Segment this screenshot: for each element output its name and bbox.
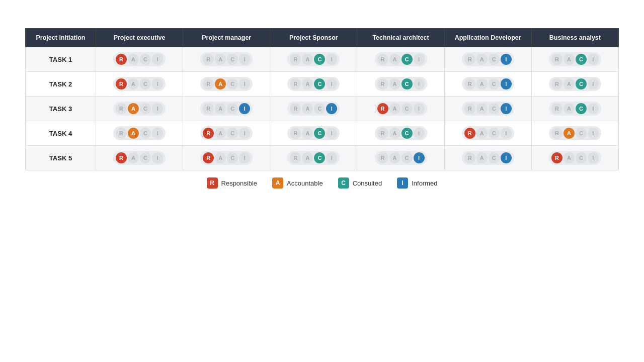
legend-badge-r: R <box>207 177 218 189</box>
header-col-2: Project manager <box>183 29 270 47</box>
raci-i-badge: I <box>326 103 337 114</box>
raci-c-badge: C <box>314 54 325 65</box>
legend-item-a: AAccountable <box>272 177 323 189</box>
raci-r-badge: R <box>464 54 475 65</box>
raci-r-badge: R <box>290 78 301 89</box>
raci-i-badge: I <box>501 152 512 163</box>
raci-r-badge: R <box>377 103 388 114</box>
raci-r-badge: R <box>377 54 388 65</box>
raci-r-badge: R <box>290 128 301 139</box>
raci-a-badge: A <box>476 54 488 65</box>
raci-r-badge: R <box>551 103 562 114</box>
legend-item-r: RResponsible <box>207 177 258 189</box>
raci-r-badge: R <box>116 128 127 139</box>
raci-r-badge: R <box>290 54 301 65</box>
raci-r-badge: R <box>377 78 388 89</box>
task-label-1: TASK 2 <box>26 72 96 97</box>
raci-i-badge: I <box>501 54 512 65</box>
header-col-0: Project Initiation <box>26 29 96 47</box>
raci-a-badge: A <box>215 152 226 163</box>
cell-2-4: RACI <box>444 97 531 121</box>
cell-4-3: RACI <box>357 146 444 170</box>
raci-i-badge: I <box>326 128 337 139</box>
raci-c-badge: C <box>140 54 151 65</box>
raci-a-badge: A <box>564 78 575 89</box>
legend-label-r: Responsible <box>221 179 258 187</box>
raci-c-badge: C <box>489 103 500 114</box>
cell-4-4: RACI <box>444 146 531 170</box>
raci-i-badge: I <box>239 128 250 139</box>
raci-a-badge: A <box>564 152 575 163</box>
cell-0-1: RACI <box>183 47 270 72</box>
raci-i-badge: I <box>239 152 250 163</box>
raci-i-badge: I <box>152 152 163 163</box>
raci-r-badge: R <box>464 103 475 114</box>
raci-c-badge: C <box>227 152 238 163</box>
raci-r-badge: R <box>377 128 388 139</box>
raci-c-badge: C <box>401 128 413 139</box>
task-label-4: TASK 5 <box>26 146 96 170</box>
raci-r-badge: R <box>551 78 562 89</box>
cell-4-5: RACI <box>531 146 618 170</box>
raci-a-badge: A <box>564 128 575 139</box>
raci-c-badge: C <box>576 54 587 65</box>
raci-c-badge: C <box>314 128 325 139</box>
raci-a-badge: A <box>389 78 400 89</box>
raci-a-badge: A <box>476 152 488 163</box>
raci-i-badge: I <box>239 54 250 65</box>
raci-c-badge: C <box>489 128 500 139</box>
raci-a-badge: A <box>302 128 313 139</box>
cell-1-1: RACI <box>183 72 270 97</box>
raci-a-badge: A <box>302 152 313 163</box>
table-row: TASK 1RACIRACIRACIRACIRACIRACI <box>26 47 619 72</box>
cell-3-0: RACI <box>96 121 183 146</box>
raci-r-badge: R <box>203 152 214 163</box>
legend-label-i: Informed <box>412 179 437 187</box>
raci-a-badge: A <box>128 54 139 65</box>
raci-a-badge: A <box>215 128 226 139</box>
cell-2-1: RACI <box>183 97 270 121</box>
raci-r-badge: R <box>464 78 475 89</box>
raci-i-badge: I <box>414 54 425 65</box>
raci-i-badge: I <box>414 128 425 139</box>
legend-label-c: Consulted <box>353 179 382 187</box>
raci-i-badge: I <box>152 78 163 89</box>
raci-a-badge: A <box>215 103 226 114</box>
raci-c-badge: C <box>227 103 238 114</box>
legend-label-a: Accountable <box>287 179 323 187</box>
raci-i-badge: I <box>501 103 512 114</box>
raci-r-badge: R <box>203 78 214 89</box>
cell-3-2: RACI <box>270 121 357 146</box>
cell-3-1: RACI <box>183 121 270 146</box>
table-row: TASK 3RACIRACIRACIRACIRACIRACI <box>26 97 619 121</box>
raci-i-badge: I <box>588 128 599 139</box>
cell-2-5: RACI <box>531 97 618 121</box>
raci-c-badge: C <box>227 128 238 139</box>
raci-i-badge: I <box>588 78 599 89</box>
cell-3-5: RACI <box>531 121 618 146</box>
raci-c-badge: C <box>401 103 413 114</box>
cell-0-3: RACI <box>357 47 444 72</box>
table-header: Project InitiationProject executiveProje… <box>26 29 619 47</box>
legend-badge-i: I <box>397 177 408 189</box>
header-col-1: Project executive <box>96 29 183 47</box>
raci-a-badge: A <box>389 103 400 114</box>
cell-3-3: RACI <box>357 121 444 146</box>
header-col-4: Technical architect <box>357 29 444 47</box>
cell-4-2: RACI <box>270 146 357 170</box>
raci-c-badge: C <box>401 152 413 163</box>
raci-r-badge: R <box>551 152 562 163</box>
legend-item-c: CConsulted <box>338 177 382 189</box>
raci-r-badge: R <box>203 54 214 65</box>
raci-i-badge: I <box>414 103 425 114</box>
cell-1-3: RACI <box>357 72 444 97</box>
table-row: TASK 2RACIRACIRACIRACIRACIRACI <box>26 72 619 97</box>
header-col-6: Business analyst <box>531 29 618 47</box>
raci-a-badge: A <box>215 78 226 89</box>
raci-i-badge: I <box>501 78 512 89</box>
header-col-3: Project Sponsor <box>270 29 357 47</box>
raci-a-badge: A <box>389 128 400 139</box>
table-row: TASK 4RACIRACIRACIRACIRACIRACI <box>26 121 619 146</box>
legend-item-i: IInformed <box>397 177 437 189</box>
table-row: TASK 5RACIRACIRACIRACIRACIRACI <box>26 146 619 170</box>
